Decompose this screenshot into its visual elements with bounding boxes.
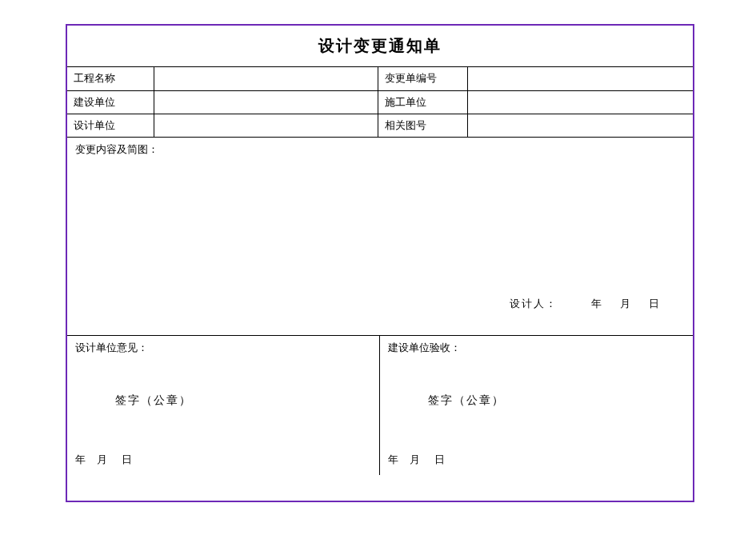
label-project-name: 工程名称 — [67, 67, 154, 90]
value-design-unit[interactable] — [154, 114, 378, 137]
change-content-heading: 变更内容及简图： — [75, 143, 158, 155]
construction-unit-signature-label[interactable]: 签字（公章） — [428, 393, 505, 408]
meta-row-owner: 建设单位 施工单位 — [67, 90, 693, 114]
value-project-name[interactable] — [154, 67, 378, 90]
page: 设计变更通知单 工程名称 变更单编号 建设单位 施工单位 设计单位 相关图号 — [0, 0, 756, 535]
design-unit-opinion-cell: 设计单位意见： 签字（公章） 年 月 日 — [67, 336, 380, 475]
label-contractor: 施工单位 — [378, 90, 467, 114]
design-unit-signature-label[interactable]: 签字（公章） — [115, 393, 192, 408]
label-construction-unit: 建设单位 — [67, 90, 154, 114]
design-unit-date[interactable]: 年 月 日 — [75, 453, 133, 467]
meta-table: 工程名称 变更单编号 建设单位 施工单位 设计单位 相关图号 — [67, 67, 693, 138]
label-related-drawing: 相关图号 — [378, 114, 467, 137]
designer-date-line[interactable]: 设计人： 年 月 日 — [510, 297, 661, 311]
approval-row: 设计单位意见： 签字（公章） 年 月 日 建设单位验收： 签字（公章） 年 月 … — [67, 336, 693, 475]
title-row: 设计变更通知单 — [67, 26, 693, 67]
construction-unit-acceptance-heading: 建设单位验收： — [388, 341, 461, 353]
meta-row-project: 工程名称 变更单编号 — [67, 67, 693, 90]
value-construction-unit[interactable] — [154, 90, 378, 114]
label-change-number: 变更单编号 — [378, 67, 467, 90]
change-content-block: 变更内容及简图： 设计人： 年 月 日 — [67, 138, 693, 336]
construction-unit-acceptance-cell: 建设单位验收： 签字（公章） 年 月 日 — [380, 336, 693, 475]
form-title: 设计变更通知单 — [318, 35, 442, 57]
value-related-drawing[interactable] — [467, 114, 693, 137]
meta-row-design: 设计单位 相关图号 — [67, 114, 693, 137]
design-unit-opinion-heading: 设计单位意见： — [75, 341, 148, 353]
value-contractor[interactable] — [467, 90, 693, 114]
value-change-number[interactable] — [467, 67, 693, 90]
label-design-unit: 设计单位 — [67, 114, 154, 137]
form-outer: 设计变更通知单 工程名称 变更单编号 建设单位 施工单位 设计单位 相关图号 — [66, 24, 694, 502]
construction-unit-date[interactable]: 年 月 日 — [388, 453, 446, 467]
